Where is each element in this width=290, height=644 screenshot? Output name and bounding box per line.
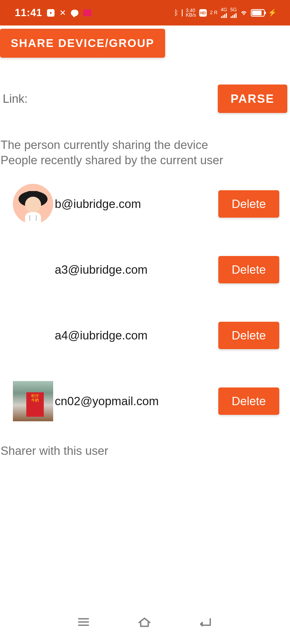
tools-icon: ✕: [59, 8, 66, 17]
avatar: [13, 184, 53, 224]
clock: 11:41: [15, 7, 42, 19]
data-rate: 3.40 KB/s: [186, 8, 196, 17]
share-button-container: SHARE DEVICE/GROUP: [0, 25, 290, 58]
back-button[interactable]: [199, 616, 213, 629]
user-email: a3@iubridge.com: [53, 263, 218, 276]
sharing-section-header: The person currently sharing the device …: [0, 113, 290, 168]
chat-icon: [71, 10, 78, 16]
user-list: b@iubridge.com Delete a3@iubridge.com De…: [0, 168, 290, 424]
link-label: Link:: [3, 92, 28, 105]
home-button[interactable]: [137, 616, 152, 629]
user-email: cn02@yopmail.com: [53, 394, 218, 408]
user-row: cn02@yopmail.com Delete: [0, 378, 290, 424]
avatar-photo: [13, 381, 53, 421]
signal-bars-1: [221, 12, 227, 18]
avatar-illustration-icon: [13, 184, 53, 224]
divider: [182, 9, 183, 16]
sharer-footer: Sharer with this user: [0, 444, 290, 458]
user-email: a4@iubridge.com: [53, 329, 218, 342]
hd-icon: HD: [199, 9, 207, 17]
user-email: b@iubridge.com: [53, 197, 218, 211]
user-row: b@iubridge.com Delete: [0, 181, 290, 227]
status-bar: 11:41 ♦ ✕ ᛒ 3.40 KB/s HD 2 R 4G 5G: [0, 0, 290, 25]
avatar-empty: [13, 250, 53, 290]
link-row: Link: PARSE: [0, 58, 290, 113]
status-right: ᛒ 3.40 KB/s HD 2 R 4G 5G ⚡: [174, 8, 277, 18]
delete-button[interactable]: Delete: [218, 190, 279, 218]
delete-button[interactable]: Delete: [218, 387, 279, 415]
user-row: a3@iubridge.com Delete: [0, 247, 290, 292]
signal-bars-2: [231, 12, 237, 18]
net-sub: 2 R: [210, 10, 218, 15]
delete-button[interactable]: Delete: [218, 322, 279, 349]
sharing-line1: The person currently sharing the device: [1, 137, 290, 152]
svg-point-3: [25, 197, 41, 213]
battery-icon: [251, 9, 265, 17]
charging-icon: ⚡: [268, 9, 277, 17]
wifi-icon: [240, 10, 248, 16]
system-nav-bar: [0, 601, 290, 644]
delete-button[interactable]: Delete: [218, 256, 279, 283]
bluetooth-icon: ᛒ: [174, 9, 179, 17]
avatar-empty: [13, 315, 53, 356]
user-row: a4@iubridge.com Delete: [0, 313, 290, 358]
sharing-line2: People recently shared by the current us…: [1, 152, 290, 168]
recent-apps-button[interactable]: [77, 617, 90, 628]
signal-5g: 5G: [230, 8, 237, 18]
share-device-button[interactable]: SHARE DEVICE/GROUP: [0, 29, 165, 58]
signal-4g: 4G: [221, 8, 227, 18]
status-left: 11:41 ♦ ✕: [15, 7, 91, 19]
app-icon-2: [83, 9, 91, 16]
app-icon-1: ♦: [47, 9, 55, 17]
parse-button[interactable]: PARSE: [218, 85, 287, 113]
